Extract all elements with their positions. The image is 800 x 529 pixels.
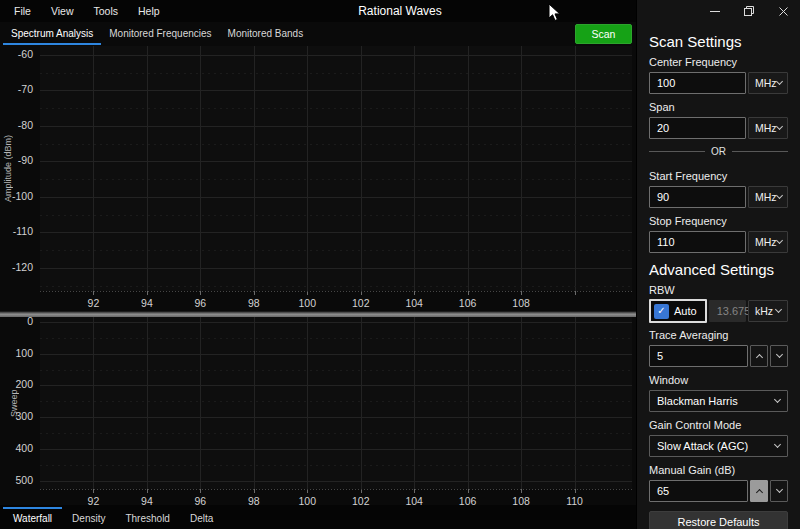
tab-monitored-bands[interactable]: Monitored Bands [220, 22, 312, 46]
menu-tools[interactable]: Tools [84, 0, 129, 22]
window-select-value: Blackman Harris [657, 395, 738, 407]
y-tick-label: -100 [12, 190, 33, 202]
y-gridline [40, 197, 632, 198]
x-gridline [200, 46, 201, 291]
stop-frequency-label: Stop Frequency [649, 215, 788, 228]
y-minor-gridline [40, 433, 632, 434]
x-tick-label: 106 [459, 297, 477, 309]
center-frequency-field: Center Frequency 100 MHz [649, 56, 788, 94]
x-major-tick [575, 489, 576, 493]
stop-frequency-unit-select[interactable]: MHz [748, 231, 788, 253]
x-gridline [200, 317, 201, 489]
span-unit-select[interactable]: MHz [748, 117, 788, 139]
y-tick-label: -70 [18, 84, 33, 96]
y-tick-label: -110 [13, 226, 33, 238]
x-gridline [93, 46, 94, 291]
window-select[interactable]: Blackman Harris [649, 390, 788, 412]
rbw-unit-select[interactable]: kHz [748, 300, 788, 322]
x-tick-label: 94 [141, 297, 153, 309]
y-tick-label: 0 [27, 315, 33, 327]
y-gridline [40, 385, 632, 386]
restore-button[interactable] [732, 0, 766, 22]
close-button[interactable] [766, 0, 800, 22]
trace-averaging-decrement-button[interactable] [770, 345, 788, 367]
x-major-tick [93, 489, 94, 493]
scan-button[interactable]: Scan [575, 24, 632, 44]
x-major-tick [414, 291, 415, 295]
y-minor-gridline [40, 108, 632, 109]
waterfall-plot: 0100200300400500929496981001021041061081… [40, 317, 632, 489]
or-divider: OR [649, 146, 788, 157]
menu-file[interactable]: File [4, 0, 41, 22]
unit-value: MHz [755, 236, 777, 248]
amplitude-axis-label: Amplitude (dBm) [3, 46, 13, 291]
y-minor-gridline [40, 250, 632, 251]
manual-gain-increment-button[interactable] [750, 480, 768, 502]
close-icon [779, 7, 788, 16]
chevron-down-icon [776, 237, 783, 244]
y-tick-label: 100 [15, 347, 33, 359]
y-minor-gridline [40, 286, 632, 287]
manual-gain-decrement-button[interactable] [770, 480, 788, 502]
trace-averaging-increment-button[interactable] [750, 345, 768, 367]
y-minor-gridline [40, 338, 632, 339]
x-gridline [93, 317, 94, 489]
manual-gain-input[interactable]: 65 [649, 480, 748, 502]
y-tick-label: 200 [15, 379, 33, 391]
y-gridline [40, 268, 632, 269]
menu-bar: File View Tools Help [4, 0, 170, 22]
tab-spectrum-analysis[interactable]: Spectrum Analysis [3, 22, 101, 46]
checkbox-checked-icon: ✓ [654, 304, 669, 319]
stop-frequency-input[interactable]: 110 [649, 231, 746, 253]
x-gridline [468, 317, 469, 489]
menu-help[interactable]: Help [128, 0, 170, 22]
start-frequency-label: Start Frequency [649, 170, 788, 183]
center-frequency-unit-select[interactable]: MHz [748, 72, 788, 94]
y-gridline [40, 126, 632, 127]
restore-icon [744, 6, 754, 16]
chevron-down-icon [774, 396, 781, 403]
x-major-tick [521, 489, 522, 493]
scan-settings-panel: Scan Settings Center Frequency 100 MHz S… [636, 0, 800, 529]
tab-delta[interactable]: Delta [180, 505, 223, 529]
trace-averaging-field: Trace Averaging 5 [649, 329, 788, 367]
rbw-auto-checkbox[interactable]: ✓ Auto [649, 299, 707, 323]
tab-density[interactable]: Density [62, 505, 115, 529]
rbw-value-input: 13.675 [709, 300, 746, 322]
x-tick-label: 102 [352, 297, 370, 309]
menu-view[interactable]: View [41, 0, 84, 22]
window-field: Window Blackman Harris [649, 374, 788, 412]
start-frequency-unit-select[interactable]: MHz [748, 186, 788, 208]
x-major-tick [521, 291, 522, 295]
restore-defaults-button[interactable]: Restore Defaults [649, 511, 788, 529]
y-minor-gridline [40, 73, 632, 74]
x-tick-label: 92 [88, 297, 100, 309]
rbw-label: RBW [649, 284, 788, 297]
x-gridline [361, 46, 362, 291]
y-tick-label: 500 [15, 474, 33, 486]
center-frequency-input[interactable]: 100 [649, 72, 746, 94]
minimize-button[interactable] [698, 0, 732, 22]
gain-control-mode-field: Gain Control Mode Slow Attack (AGC) [649, 419, 788, 457]
x-gridline [575, 46, 576, 291]
rbw-auto-label: Auto [674, 305, 697, 317]
x-gridline [147, 46, 148, 291]
gain-control-mode-value: Slow Attack (AGC) [657, 440, 748, 452]
tab-monitored-frequencies[interactable]: Monitored Frequencies [101, 22, 219, 46]
x-major-tick [307, 489, 308, 493]
chevron-down-icon [775, 351, 782, 358]
manual-gain-label: Manual Gain (dB) [649, 464, 788, 477]
tab-threshold[interactable]: Threshold [115, 505, 179, 529]
chevron-up-icon [755, 489, 762, 496]
advanced-settings-title: Advanced Settings [649, 260, 788, 280]
y-minor-gridline [40, 465, 632, 466]
title-bar: File View Tools Help Rational Waves [0, 0, 800, 22]
tab-waterfall[interactable]: Waterfall [3, 505, 62, 529]
span-input[interactable]: 20 [649, 117, 746, 139]
trace-averaging-input[interactable]: 5 [649, 345, 748, 367]
window-controls [698, 0, 800, 22]
x-major-tick [575, 291, 576, 295]
start-frequency-field: Start Frequency 90 MHz [649, 170, 788, 208]
gain-control-mode-select[interactable]: Slow Attack (AGC) [649, 435, 788, 457]
start-frequency-input[interactable]: 90 [649, 186, 746, 208]
